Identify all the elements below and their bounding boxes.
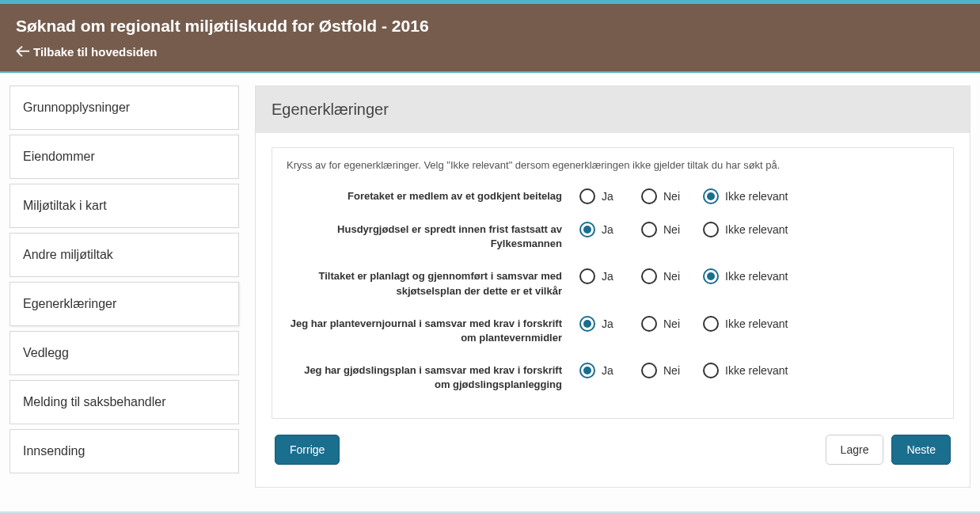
radio-label: Nei bbox=[663, 270, 680, 283]
sidebar-item-label: Andre miljøtiltak bbox=[23, 248, 113, 261]
radio-label: Ja bbox=[602, 270, 613, 283]
question-label: Tiltaket er planlagt og gjennomført i sa… bbox=[287, 268, 579, 298]
question-label: Jeg har gjødslingsplan i samsvar med kra… bbox=[287, 363, 579, 392]
radio-label: Ikke relevant bbox=[725, 317, 788, 330]
radio-label: Ja bbox=[602, 364, 613, 377]
question-label: Husdyrgjødsel er spredt innen frist fast… bbox=[287, 222, 579, 251]
radio-icon bbox=[703, 363, 719, 378]
radio-option-ikke-relevant[interactable]: Ikke relevant bbox=[703, 222, 798, 238]
sidebar-item-label: Grunnopplysninger bbox=[23, 101, 130, 114]
radio-option-ja[interactable]: Ja bbox=[579, 363, 629, 378]
question-row: Husdyrgjødsel er spredt innen frist fast… bbox=[287, 222, 939, 251]
sidebar-item-egenerklaeringer[interactable]: Egenerklæringer bbox=[9, 282, 239, 326]
radio-icon bbox=[641, 188, 657, 204]
radio-icon bbox=[703, 268, 719, 284]
radio-option-ikke-relevant[interactable]: Ikke relevant bbox=[703, 188, 798, 204]
radio-icon bbox=[703, 222, 719, 238]
footer-actions: Forrige Lagre Neste bbox=[272, 419, 954, 468]
section-title: Egenerklæringer bbox=[256, 86, 970, 133]
radio-label: Ikke relevant bbox=[725, 190, 788, 203]
radio-option-ikke-relevant[interactable]: Ikke relevant bbox=[703, 316, 798, 332]
radio-icon bbox=[579, 316, 595, 332]
sidebar-item-andre-miljotiltak[interactable]: Andre miljøtiltak bbox=[9, 233, 239, 277]
sidebar-item-label: Eiendommer bbox=[23, 150, 95, 163]
radio-icon bbox=[641, 268, 657, 284]
sidebar-item-label: Vedlegg bbox=[23, 346, 69, 359]
radio-icon bbox=[703, 188, 719, 204]
radio-option-ikke-relevant[interactable]: Ikke relevant bbox=[703, 268, 798, 284]
question-row: Jeg har plantevernjournal i samsvar med … bbox=[287, 316, 939, 345]
radio-option-ja[interactable]: Ja bbox=[579, 222, 629, 238]
next-button[interactable]: Neste bbox=[891, 435, 951, 465]
radio-option-ikke-relevant[interactable]: Ikke relevant bbox=[703, 363, 798, 378]
radio-icon bbox=[641, 222, 657, 238]
radio-icon bbox=[579, 363, 595, 378]
radio-option-ja[interactable]: Ja bbox=[579, 316, 629, 332]
radio-label: Nei bbox=[663, 190, 680, 203]
page-title: Søknad om regionalt miljøtilskudd for Øs… bbox=[16, 17, 964, 36]
radio-icon bbox=[579, 188, 595, 204]
question-row: Foretaket er medlem av et godkjent beite… bbox=[287, 188, 939, 204]
main-body: Kryss av for egenerklæringer. Velg "Ikke… bbox=[256, 133, 970, 487]
question-row: Tiltaket er planlagt og gjennomført i sa… bbox=[287, 268, 939, 298]
main-panel: Egenerklæringer Kryss av for egenerklæri… bbox=[255, 86, 971, 488]
sidebar-item-eiendommer[interactable]: Eiendommer bbox=[9, 135, 239, 179]
back-link[interactable]: 🡠 Tilbake til hovedsiden bbox=[16, 44, 157, 60]
question-label: Foretaket er medlem av et godkjent beite… bbox=[287, 188, 579, 203]
sidebar-item-label: Egenerklæringer bbox=[23, 297, 116, 310]
sidebar-item-vedlegg[interactable]: Vedlegg bbox=[9, 331, 239, 375]
radio-icon bbox=[703, 316, 719, 332]
radio-option-nei[interactable]: Nei bbox=[641, 222, 690, 238]
footer-right: Lagre Neste bbox=[826, 435, 951, 465]
radio-label: Ikke relevant bbox=[725, 364, 788, 377]
radio-label: Ja bbox=[602, 190, 613, 203]
sidebar-item-melding[interactable]: Melding til saksbehandler bbox=[9, 380, 239, 424]
question-options: Ja Nei Ikke relevant bbox=[579, 316, 798, 332]
sidebar-item-label: Innsending bbox=[23, 444, 85, 458]
back-link-label: Tilbake til hovedsiden bbox=[33, 45, 157, 59]
sidebar-item-grunnopplysninger[interactable]: Grunnopplysninger bbox=[9, 86, 239, 130]
question-options: Ja Nei Ikke relevant bbox=[579, 222, 798, 238]
main-layout: Grunnopplysninger Eiendommer Miljøtiltak… bbox=[0, 73, 980, 504]
radio-icon bbox=[641, 316, 657, 332]
sidebar-item-label: Melding til saksbehandler bbox=[23, 395, 166, 408]
save-button[interactable]: Lagre bbox=[826, 435, 884, 465]
radio-label: Ikke relevant bbox=[725, 270, 788, 283]
radio-label: Nei bbox=[663, 364, 680, 377]
question-options: Ja Nei Ikke relevant bbox=[579, 268, 798, 284]
radio-option-nei[interactable]: Nei bbox=[641, 268, 690, 284]
question-options: Ja Nei Ikke relevant bbox=[579, 188, 798, 204]
radio-label: Nei bbox=[663, 223, 680, 236]
page-header: Søknad om regionalt miljøtilskudd for Øs… bbox=[0, 4, 980, 73]
question-row: Jeg har gjødslingsplan i samsvar med kra… bbox=[287, 363, 939, 392]
question-options: Ja Nei Ikke relevant bbox=[579, 363, 798, 378]
radio-option-nei[interactable]: Nei bbox=[641, 316, 690, 332]
sidebar-item-miljotiltak-kart[interactable]: Miljøtiltak i kart bbox=[9, 184, 239, 228]
arrow-left-icon: 🡠 bbox=[16, 44, 30, 60]
info-box: Kryss av for egenerklæringer. Velg "Ikke… bbox=[272, 147, 954, 419]
prev-button[interactable]: Forrige bbox=[275, 435, 340, 465]
radio-option-ja[interactable]: Ja bbox=[579, 268, 629, 284]
radio-option-nei[interactable]: Nei bbox=[641, 188, 690, 204]
sidebar-item-innsending[interactable]: Innsending bbox=[9, 429, 239, 473]
radio-label: Ja bbox=[602, 317, 613, 330]
radio-label: Nei bbox=[663, 317, 680, 330]
info-text: Kryss av for egenerklæringer. Velg "Ikke… bbox=[287, 159, 939, 171]
radio-icon bbox=[579, 268, 595, 284]
sidebar-item-label: Miljøtiltak i kart bbox=[23, 199, 107, 212]
radio-icon bbox=[641, 363, 657, 378]
radio-label: Ja bbox=[602, 223, 613, 236]
radio-option-nei[interactable]: Nei bbox=[641, 363, 690, 378]
sidebar: Grunnopplysninger Eiendommer Miljøtiltak… bbox=[9, 86, 239, 478]
radio-icon bbox=[579, 222, 595, 238]
radio-label: Ikke relevant bbox=[725, 223, 788, 236]
question-label: Jeg har plantevernjournal i samsvar med … bbox=[287, 316, 579, 345]
radio-option-ja[interactable]: Ja bbox=[579, 188, 629, 204]
